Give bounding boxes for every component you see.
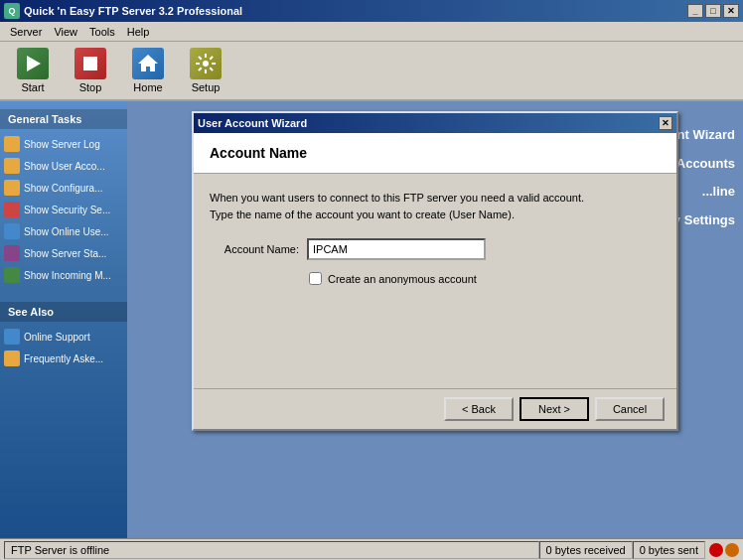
menu-bar: Server View Tools Help bbox=[0, 22, 743, 42]
account-name-label: Account Name: bbox=[210, 243, 299, 255]
sidebar-item-incoming[interactable]: Show Incoming M... bbox=[0, 264, 127, 286]
dialog-title-controls: ✕ bbox=[659, 116, 672, 130]
dialog-title-bar: User Account Wizard ✕ bbox=[194, 113, 676, 133]
back-button[interactable]: < Back bbox=[444, 397, 514, 421]
minimize-button[interactable]: _ bbox=[687, 4, 703, 18]
menu-server[interactable]: Server bbox=[4, 24, 48, 40]
bytes-sent-text: 0 bytes sent bbox=[640, 544, 698, 556]
dialog-body: When you want users to connect to this F… bbox=[194, 174, 676, 388]
incoming-icon bbox=[4, 267, 20, 283]
sidebar-label-config: Show Configura... bbox=[24, 183, 103, 194]
faq-icon bbox=[4, 350, 20, 366]
user-icon bbox=[4, 158, 20, 174]
sidebar-label-online: Show Online Use... bbox=[24, 226, 109, 237]
status-left: FTP Server is offline bbox=[4, 541, 539, 559]
cancel-button[interactable]: Cancel bbox=[595, 397, 665, 421]
home-button[interactable]: Home bbox=[123, 45, 173, 96]
sidebar-label-server-log: Show Server Log bbox=[24, 139, 100, 150]
home-label: Home bbox=[133, 81, 162, 93]
setup-icon bbox=[190, 48, 222, 79]
dialog-description: When you want users to connect to this F… bbox=[210, 190, 661, 222]
stop-label: Stop bbox=[79, 81, 102, 93]
start-button[interactable]: Start bbox=[8, 45, 58, 96]
next-button[interactable]: Next > bbox=[520, 397, 589, 421]
dialog-footer: < Back Next > Cancel bbox=[194, 388, 676, 429]
svg-point-3 bbox=[203, 61, 209, 67]
see-also-title: See Also bbox=[0, 302, 127, 322]
sidebar-label-support: Online Support bbox=[24, 332, 90, 343]
config-icon bbox=[4, 180, 20, 196]
menu-help[interactable]: Help bbox=[121, 24, 156, 40]
support-icon bbox=[4, 329, 20, 345]
server-stat-icon bbox=[4, 245, 20, 261]
menu-view[interactable]: View bbox=[48, 24, 83, 40]
sidebar-item-config[interactable]: Show Configura... bbox=[0, 177, 127, 199]
security-icon bbox=[4, 202, 20, 217]
anonymous-checkbox[interactable] bbox=[309, 272, 322, 285]
sidebar-item-server-stats[interactable]: Show Server Sta... bbox=[0, 242, 127, 264]
server-log-icon bbox=[4, 136, 20, 152]
general-tasks-title: General Tasks bbox=[0, 109, 127, 129]
close-button[interactable]: ✕ bbox=[723, 4, 739, 18]
sidebar-item-user-account[interactable]: Show User Acco... bbox=[0, 155, 127, 177]
dialog-title: User Account Wizard bbox=[198, 117, 307, 129]
dialog-description-line2: Type the name of the account you want to… bbox=[210, 209, 515, 220]
sidebar-label-user: Show User Acco... bbox=[24, 161, 105, 172]
app-icon: Q bbox=[4, 3, 20, 19]
account-name-row: Account Name: bbox=[210, 238, 661, 260]
user-account-wizard-dialog: User Account Wizard ✕ Account Name When … bbox=[192, 111, 678, 431]
sidebar-item-faq[interactable]: Frequently Aske... bbox=[0, 348, 127, 369]
stop-icon bbox=[74, 48, 106, 79]
ftp-status-text: FTP Server is offline bbox=[11, 544, 109, 556]
svg-rect-1 bbox=[83, 57, 97, 70]
maximize-button[interactable]: □ bbox=[705, 4, 721, 18]
dialog-header-title: Account Name bbox=[210, 145, 661, 161]
status-indicator-orange bbox=[725, 543, 739, 557]
status-bar: FTP Server is offline 0 bytes received 0… bbox=[0, 538, 743, 560]
start-icon bbox=[17, 48, 49, 79]
dialog-overlay: User Account Wizard ✕ Account Name When … bbox=[127, 101, 743, 538]
sidebar-item-online-support[interactable]: Online Support bbox=[0, 326, 127, 348]
status-indicator-red bbox=[709, 543, 723, 557]
dialog-description-line1: When you want users to connect to this F… bbox=[210, 192, 584, 204]
anonymous-account-row: Create an anonymous account bbox=[309, 272, 661, 285]
bytes-received-section: 0 bytes received bbox=[539, 541, 633, 559]
sidebar-label-faq: Frequently Aske... bbox=[24, 353, 103, 364]
sidebar-label-server-stat: Show Server Sta... bbox=[24, 248, 106, 259]
home-icon bbox=[132, 48, 164, 79]
sidebar-label-incoming: Show Incoming M... bbox=[24, 270, 111, 281]
content-area: Account Wizard Accounts ...line ...ity S… bbox=[127, 101, 743, 538]
stop-button[interactable]: Stop bbox=[66, 45, 115, 96]
menu-tools[interactable]: Tools bbox=[83, 24, 121, 40]
dialog-header: Account Name bbox=[194, 133, 676, 174]
dialog-spacer bbox=[210, 293, 661, 372]
title-bar: Q Quick 'n Easy FTP Server 3.2 Professio… bbox=[0, 0, 743, 22]
sidebar-label-security: Show Security Se... bbox=[24, 205, 110, 215]
online-icon bbox=[4, 223, 20, 239]
svg-marker-2 bbox=[138, 55, 158, 71]
bytes-received-text: 0 bytes received bbox=[546, 544, 626, 556]
sidebar: General Tasks Show Server Log Show User … bbox=[0, 101, 127, 538]
account-name-input[interactable] bbox=[307, 238, 486, 260]
anonymous-label: Create an anonymous account bbox=[328, 273, 477, 285]
bytes-sent-section: 0 bytes sent bbox=[633, 541, 705, 559]
title-bar-controls: _ □ ✕ bbox=[687, 4, 739, 18]
setup-label: Setup bbox=[192, 81, 221, 93]
sidebar-item-security[interactable]: Show Security Se... bbox=[0, 199, 127, 220]
setup-button[interactable]: Setup bbox=[181, 45, 230, 96]
sidebar-item-server-log[interactable]: Show Server Log bbox=[0, 133, 127, 155]
app-title: Quick 'n Easy FTP Server 3.2 Professiona… bbox=[24, 5, 242, 17]
dialog-close-button[interactable]: ✕ bbox=[659, 116, 672, 130]
start-label: Start bbox=[21, 81, 44, 93]
main-area: General Tasks Show Server Log Show User … bbox=[0, 101, 743, 538]
toolbar: Start Stop Home Setup bbox=[0, 42, 743, 101]
svg-marker-0 bbox=[27, 56, 41, 71]
sidebar-item-online-users[interactable]: Show Online Use... bbox=[0, 220, 127, 242]
